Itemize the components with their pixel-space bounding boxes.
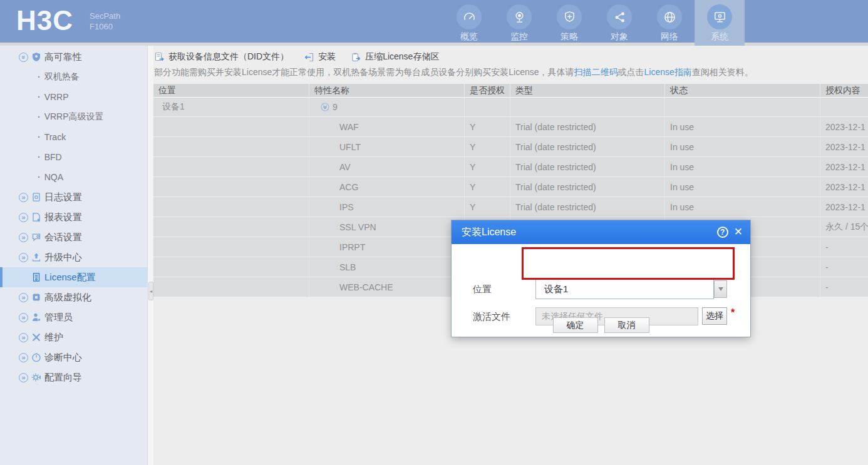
sidebar-item-log-settings[interactable]: » 日志设置 (0, 187, 147, 207)
upload-icon (31, 252, 41, 262)
chevron-right-icon[interactable]: » (19, 353, 28, 362)
sidebar-item-report-settings[interactable]: » 报表设置 (0, 207, 147, 227)
license-notice: 部分功能需购买并安装License才能正常使用，双机热备场景需为每台成员设备分别… (154, 67, 868, 78)
dialog-buttons: 确定 取消 (452, 317, 750, 333)
sidebar-item-high-availability[interactable]: » 高可靠性 (0, 47, 147, 67)
sidebar-item-administrator[interactable]: » 管理员 (0, 307, 147, 327)
brand-area: H3C SecPath F1060 (16, 6, 120, 35)
nav-tab-policies[interactable]: 策略 (544, 0, 594, 46)
col-type: 类型 (510, 84, 665, 97)
share-nodes-icon (607, 4, 632, 29)
sidebar-item-nqa[interactable]: · NQA (0, 167, 147, 187)
chevron-right-icon[interactable]: » (19, 293, 28, 302)
cancel-button[interactable]: 取消 (604, 317, 649, 333)
sidebar: » 高可靠性 · 双机热备 · VRRP · VRRP高级设置 · Track … (0, 46, 147, 465)
table-row: IPS Y Trial (date restricted) In use 202… (153, 197, 868, 217)
top-nav: 概览 监控 策略 对象 网络 (444, 0, 745, 46)
sidebar-item-maintenance[interactable]: » 维护 (0, 327, 147, 347)
shield-icon (31, 52, 41, 62)
compress-storage-icon (351, 52, 361, 63)
compress-license-storage-button[interactable]: 压缩License存储区 (351, 51, 439, 63)
top-header: H3C SecPath F1060 概览 监控 策略 (0, 0, 868, 43)
license-certificate-icon (31, 272, 41, 282)
nav-tab-system[interactable]: 系统 (695, 0, 745, 46)
nav-tab-network[interactable]: 网络 (644, 0, 695, 46)
sidebar-item-bfd[interactable]: · BFD (0, 147, 147, 167)
dialog-body: 位置 设备1 激活文件 未选择任何文件 选择 * 确定 取消 (452, 244, 750, 337)
table-row: ACG Y Trial (date restricted) In use 202… (153, 177, 868, 197)
location-select-arrow[interactable] (714, 280, 727, 298)
chevron-right-icon[interactable]: » (19, 213, 28, 222)
table-row: AV Y Trial (date restricted) In use 2023… (153, 157, 868, 177)
diagnostic-gauge-icon (31, 352, 41, 362)
install-icon (304, 52, 314, 63)
location-label: 位置 (473, 284, 492, 295)
sidebar-item-upgrade-center[interactable]: » 升级中心 (0, 247, 147, 267)
get-did-file-button[interactable]: 获取设备信息文件（DID文件） (154, 51, 289, 63)
col-location: 位置 (153, 84, 309, 97)
system-monitor-icon (707, 4, 732, 29)
virtualization-icon (31, 292, 41, 302)
sidebar-item-config-wizard[interactable]: » 配置向导 (0, 367, 147, 387)
location-select[interactable]: 设备1 (535, 279, 714, 299)
install-button[interactable]: 安装 (304, 51, 336, 63)
chevron-right-icon[interactable]: » (19, 333, 28, 342)
admin-user-icon (31, 312, 41, 322)
sidebar-item-session-settings[interactable]: » 会话设置 (0, 227, 147, 247)
table-row-device: 设备1 9 (153, 98, 868, 117)
sidebar-item-diagnostic-center[interactable]: » 诊断中心 (0, 347, 147, 367)
sidebar-collapse-handle[interactable]: ◄ (148, 282, 153, 300)
sidebar-item-advanced-virtualization[interactable]: » 高级虚拟化 (0, 287, 147, 307)
report-document-icon (31, 212, 41, 222)
dialog-title: 安装License (462, 226, 717, 239)
nav-tab-overview[interactable]: 概览 (444, 0, 494, 46)
did-file-icon (154, 52, 165, 63)
log-document-icon (31, 192, 41, 202)
nav-tab-objects[interactable]: 对象 (594, 0, 644, 46)
chevron-right-icon[interactable]: » (19, 233, 28, 242)
table-row: WAF Y Trial (date restricted) In use 202… (153, 117, 868, 137)
gear-icon (31, 372, 41, 382)
shield-plus-icon (557, 4, 582, 29)
chevron-right-icon[interactable]: » (19, 373, 28, 382)
install-license-dialog: 安装License ? ✕ 位置 设备1 激活文件 未选择任何文件 选择 * 确… (452, 220, 750, 337)
ok-button[interactable]: 确定 (553, 317, 598, 333)
dropdown-arrow-icon (718, 287, 723, 291)
chat-bubble-icon (31, 232, 41, 242)
chevron-down-icon[interactable]: » (19, 53, 28, 62)
chevron-right-icon[interactable]: » (19, 253, 28, 262)
globe-icon (657, 4, 682, 29)
expand-chevron-icon[interactable] (321, 103, 329, 111)
license-guide-link[interactable]: License指南 (644, 67, 692, 77)
help-icon[interactable]: ? (717, 227, 728, 238)
h3c-logo: H3C (16, 6, 73, 35)
sidebar-item-vrrp-advanced[interactable]: · VRRP高级设置 (0, 107, 147, 127)
sidebar-item-track[interactable]: · Track (0, 127, 147, 147)
scan-qrcode-link[interactable]: 扫描二维码 (574, 67, 618, 77)
close-icon[interactable]: ✕ (734, 227, 743, 238)
col-feature: 特性名称 (309, 84, 465, 97)
tools-icon (31, 332, 41, 342)
sidebar-item-vrrp[interactable]: · VRRP (0, 87, 147, 107)
webcam-icon (507, 4, 532, 29)
chevron-right-icon[interactable]: » (19, 193, 28, 202)
sidebar-item-license-config[interactable]: License配置 (0, 267, 147, 287)
chevron-right-icon[interactable]: » (19, 313, 28, 322)
col-status: 状态 (665, 84, 820, 97)
table-row: UFLT Y Trial (date restricted) In use 20… (153, 137, 868, 157)
col-content: 授权内容 (820, 84, 868, 97)
toolbar: 获取设备信息文件（DID文件） 安装 压缩License存储区 (154, 51, 868, 63)
nav-tab-monitor[interactable]: 监控 (494, 0, 544, 46)
table-header-row: 位置 特性名称 是否授权 类型 状态 授权内容 (153, 84, 868, 98)
sidebar-item-hot-standby[interactable]: · 双机热备 (0, 67, 147, 87)
sidebar-gutter: ◄ (147, 46, 153, 465)
product-name: SecPath F1060 (90, 6, 120, 33)
gauge-icon (457, 4, 482, 29)
col-licensed: 是否授权 (465, 84, 510, 97)
dialog-titlebar[interactable]: 安装License ? ✕ (452, 220, 750, 244)
